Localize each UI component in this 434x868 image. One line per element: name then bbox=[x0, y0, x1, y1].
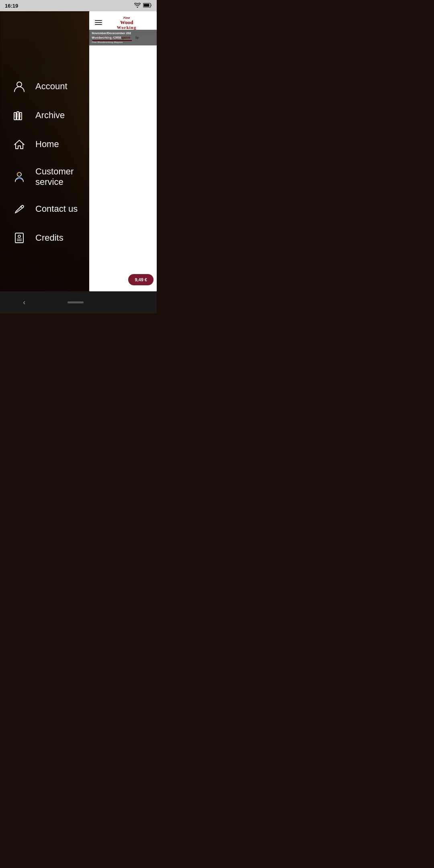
status-bar: 16:19 bbox=[0, 0, 157, 11]
contact-us-label: Contact us bbox=[35, 204, 78, 214]
home-icon bbox=[12, 137, 27, 152]
svg-point-13 bbox=[18, 235, 20, 237]
battery-icon bbox=[143, 3, 152, 8]
menu-icon[interactable] bbox=[95, 20, 102, 25]
bottom-nav: ‹ bbox=[0, 291, 157, 313]
magazine-logo: Fine WoodWorking bbox=[102, 15, 151, 30]
account-label: Account bbox=[35, 81, 68, 92]
wifi-icon bbox=[134, 3, 141, 8]
svg-rect-12 bbox=[15, 233, 23, 243]
home-label: Home bbox=[35, 139, 59, 149]
credits-label: Credits bbox=[35, 233, 63, 243]
credits-icon bbox=[12, 231, 27, 245]
archive-label: Archive bbox=[35, 110, 65, 121]
cover-source: Fine Woodworking Magaza bbox=[92, 41, 154, 44]
magazine-panel: Fine WoodWorking Fine Woodworking Magazi… bbox=[89, 11, 157, 291]
issue-title: November/Dececember 202 Woodworking #285… bbox=[89, 30, 157, 45]
issue-title-line2: Woodworking #285B bbox=[92, 36, 154, 40]
archive-icon bbox=[12, 108, 27, 123]
sidebar-item-credits[interactable]: Credits bbox=[12, 223, 82, 252]
status-icons bbox=[134, 3, 152, 8]
contact-icon bbox=[12, 202, 27, 216]
sidebar-item-archive[interactable]: Archive bbox=[12, 101, 82, 130]
issue-title-line1: November/Dececember 202 bbox=[92, 31, 154, 36]
sidebar-item-contact-us[interactable]: Contact us bbox=[12, 194, 82, 223]
sidebar-item-customer-service[interactable]: Customer service bbox=[12, 159, 82, 195]
support-icon bbox=[12, 170, 27, 184]
price-button[interactable]: 9,49 € bbox=[128, 274, 154, 285]
sidebar-item-home[interactable]: Home bbox=[12, 130, 82, 159]
status-time: 16:19 bbox=[5, 3, 18, 9]
home-indicator[interactable] bbox=[68, 301, 84, 303]
sidebar-item-account[interactable]: Account bbox=[12, 72, 82, 101]
svg-rect-1 bbox=[144, 4, 149, 7]
svg-point-2 bbox=[17, 82, 22, 87]
back-button[interactable]: ‹ bbox=[19, 294, 29, 311]
sidebar-menu: Account Archive Home bbox=[0, 11, 94, 313]
person-icon bbox=[12, 80, 27, 94]
customer-service-label: Customer service bbox=[35, 166, 74, 188]
